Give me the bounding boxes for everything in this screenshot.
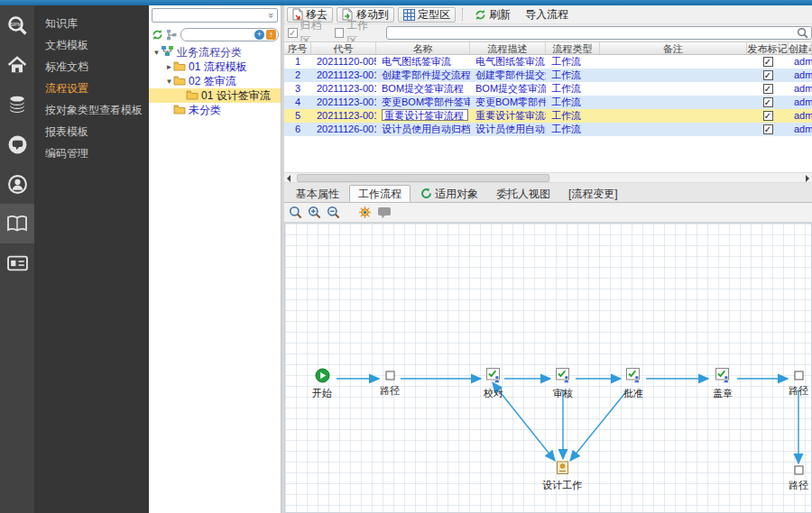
table-row[interactable]: 520211123-001重要设计签审流程重要设计签审流程工作流✓admin xyxy=(284,109,812,123)
zoom-reset-icon[interactable] xyxy=(289,206,302,219)
column-header[interactable]: 发布标记 xyxy=(747,42,789,54)
name-edit-input[interactable]: 重要设计签审流程 xyxy=(382,109,468,121)
tree-expander-icon[interactable]: ▼ xyxy=(165,78,173,86)
tree-refresh-icon[interactable] xyxy=(152,29,163,41)
cell-creator: admin xyxy=(789,55,812,69)
published-checkbox-icon[interactable]: ✓ xyxy=(763,124,773,134)
column-header[interactable]: 名称 xyxy=(376,42,470,54)
tab-工作流程[interactable]: 工作流程 xyxy=(349,185,411,202)
user-profile-icon[interactable] xyxy=(0,164,34,204)
sidebar-item[interactable]: 按对象类型查看模板 xyxy=(34,99,149,121)
published-checkbox-icon[interactable]: ✓ xyxy=(763,111,773,121)
cell-desc: 变更BOM零部件签 xyxy=(470,96,546,109)
cell-published: ✓ xyxy=(747,123,789,136)
tab-委托人视图[interactable]: 委托人视图 xyxy=(488,185,558,202)
cell-type: 工作流 xyxy=(546,96,600,109)
tab-基本属性[interactable]: 基本属性 xyxy=(288,185,347,202)
tree-search-input[interactable]: + ↑ xyxy=(180,28,279,41)
sidebar-item[interactable]: 标准文档 xyxy=(34,56,149,78)
tree-hierarchy-icon[interactable] xyxy=(166,29,178,41)
table-row[interactable]: 320211123-001BOM提交签审流程BOM提交签审流程工作流✓admin xyxy=(284,82,812,96)
cell-creator: admin xyxy=(789,69,812,82)
start-node-icon xyxy=(312,368,332,386)
workflow-node-stamp[interactable]: 盖章 xyxy=(713,368,733,400)
tree-node[interactable]: 01 设计签审流 xyxy=(149,88,281,103)
messages-icon[interactable] xyxy=(0,124,34,164)
task-node-icon xyxy=(484,368,503,386)
cell-note xyxy=(600,55,747,69)
folder-icon xyxy=(186,89,198,103)
workflow-node-approve[interactable]: 批准 xyxy=(623,368,643,400)
tree-node-label: 02 签审流 xyxy=(189,74,236,89)
tab-流程变更[interactable]: [流程变更] xyxy=(560,185,626,202)
scroll-left-arrow[interactable] xyxy=(287,175,291,182)
checkbox-icon[interactable] xyxy=(335,28,345,38)
toolbar-button-label: 刷新 xyxy=(489,7,511,23)
sidebar-item[interactable]: 流程设置 xyxy=(34,78,149,99)
workflow-node-path1[interactable]: 路径 xyxy=(380,371,400,398)
workflow-node-start[interactable]: 开始 xyxy=(312,368,332,400)
checkbox-icon[interactable]: ✓ xyxy=(288,28,298,38)
column-header[interactable]: 备注 xyxy=(600,42,747,54)
scrollbar-thumb[interactable] xyxy=(297,174,549,182)
published-checkbox-icon[interactable]: ✓ xyxy=(763,70,773,80)
table-row[interactable]: 620211126-001设计员使用自动归档流程设计员使用自动归档工作流✓adm… xyxy=(284,123,812,136)
app-logo-icon[interactable]: SIPM xyxy=(0,5,34,45)
cell-desc: 电气图纸签审流 xyxy=(470,55,546,69)
zoom-out-icon[interactable] xyxy=(327,206,340,219)
toolbar-button[interactable]: 导入流程 xyxy=(520,7,574,23)
node-label: 设计工作 xyxy=(542,479,582,492)
table-row[interactable]: 220211123-001创建零部件提交流程创建零部件提交流程工作流✓admin xyxy=(284,69,812,82)
home-icon[interactable] xyxy=(0,45,34,85)
column-header[interactable]: 流程类型 xyxy=(546,42,600,54)
sidebar-item[interactable]: 文档模板 xyxy=(34,34,149,56)
tree-search-add-icon[interactable]: + xyxy=(254,30,264,40)
tree-expander-icon[interactable]: ► xyxy=(165,63,173,71)
tree-node[interactable]: ▼02 签审流 xyxy=(149,74,281,88)
zoom-in-icon[interactable] xyxy=(308,206,321,219)
task-node-icon xyxy=(713,368,733,386)
table-row[interactable]: 420211123-001变更BOM零部件签审流变更BOM零部件签工作流✓adm… xyxy=(284,96,812,109)
workflow-node-path2[interactable]: 路径 xyxy=(789,371,808,398)
settings-icon[interactable] xyxy=(358,206,372,219)
tree-type-combobox[interactable]: » xyxy=(152,8,278,23)
toolbar-button[interactable]: 定型区 xyxy=(398,7,456,23)
refresh-button[interactable]: 刷新 xyxy=(469,7,516,23)
table-row[interactable]: 120211120-005电气图纸签审流电气图纸签审流工作流✓admin xyxy=(284,55,812,69)
scroll-right-arrow[interactable] xyxy=(806,175,809,182)
id-card-icon[interactable] xyxy=(0,243,34,283)
cell-name: BOM提交签审流程 xyxy=(376,82,470,96)
workflow-edge[interactable] xyxy=(498,389,555,461)
tree-expander-icon[interactable]: ▼ xyxy=(152,49,161,57)
tree-search-up-icon[interactable]: ↑ xyxy=(266,30,276,40)
sidebar-item[interactable]: 报表模板 xyxy=(34,121,149,142)
workflow-node-review[interactable]: 审核 xyxy=(553,368,573,400)
tab-适用对象[interactable]: 适用对象 xyxy=(412,185,486,202)
comment-icon[interactable] xyxy=(377,206,392,219)
horizontal-scrollbar[interactable] xyxy=(284,172,812,183)
workflow-node-design[interactable]: 设计工作 xyxy=(542,460,582,492)
tree-node[interactable]: ►01 流程模板 xyxy=(149,60,281,74)
table-search-input[interactable] xyxy=(386,26,812,40)
search-icon[interactable] xyxy=(797,27,808,39)
published-checkbox-icon[interactable]: ✓ xyxy=(763,57,773,67)
library-icon[interactable] xyxy=(0,204,34,243)
tree-node[interactable]: ▼业务流程分类 xyxy=(149,45,281,60)
sidebar-item[interactable]: 编码管理 xyxy=(34,142,149,164)
column-header[interactable]: 序号 xyxy=(284,42,311,54)
workflow-canvas[interactable]: 开始路径校对审核批准盖章路径设计工作路径 xyxy=(284,223,812,513)
published-checkbox-icon[interactable]: ✓ xyxy=(763,97,773,107)
tab-label: [流程变更] xyxy=(568,186,618,202)
tree-node[interactable]: 未分类 xyxy=(149,103,281,117)
workflow-edge[interactable] xyxy=(570,389,628,461)
sidebar-item[interactable]: 知识库 xyxy=(34,13,149,34)
column-header[interactable]: 创建者 xyxy=(789,42,812,54)
workflow-node-path3[interactable]: 路径 xyxy=(789,465,808,492)
column-header[interactable]: 流程描述 xyxy=(470,42,546,54)
column-header[interactable]: 代号 xyxy=(311,42,376,54)
cell-code: 20211126-001 xyxy=(311,123,376,136)
cell-desc: 重要设计签审流程 xyxy=(470,109,546,123)
workflow-node-check[interactable]: 校对 xyxy=(484,368,503,400)
published-checkbox-icon[interactable]: ✓ xyxy=(763,84,773,94)
database-icon[interactable] xyxy=(0,85,34,124)
